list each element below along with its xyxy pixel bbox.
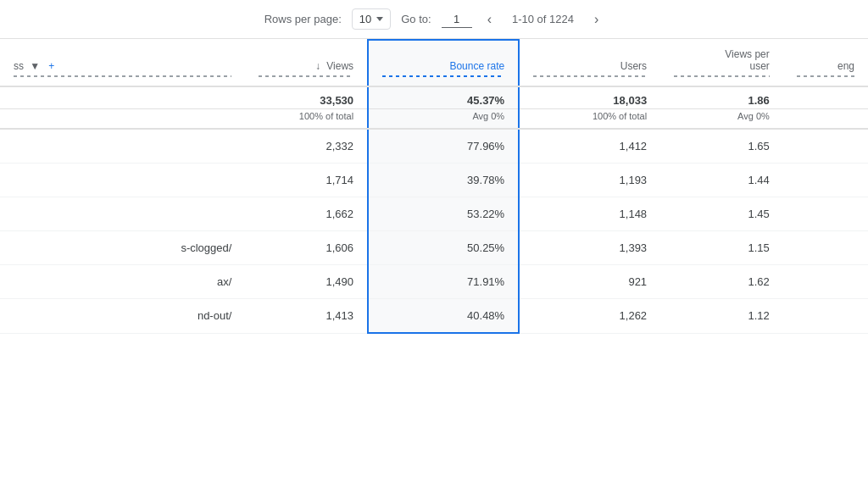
row-4-page[interactable]: s-clogged/ bbox=[0, 231, 245, 265]
col-header-page: ss ▼ + bbox=[0, 40, 245, 86]
users-label: Users bbox=[620, 60, 647, 72]
row-4-users: 1,393 bbox=[519, 231, 660, 265]
row-2-views: 1,714 bbox=[245, 164, 368, 197]
vpu-label: Views peruser bbox=[725, 48, 769, 72]
col-header-users[interactable]: Users bbox=[519, 40, 660, 86]
col-header-views[interactable]: ↓ Views bbox=[245, 40, 368, 86]
row-4-vpu: 1.15 bbox=[660, 231, 783, 265]
summary-row: 33,530 45.37% 18,033 1.86 bbox=[0, 86, 868, 109]
prev-page-button[interactable]: ‹ bbox=[482, 10, 497, 29]
col-header-bounce[interactable]: Bounce rate bbox=[368, 40, 519, 86]
row-5-eng bbox=[783, 265, 868, 299]
row-2-eng bbox=[783, 164, 868, 197]
row-4-eng bbox=[783, 231, 868, 265]
summary-users-sub: 100% of total bbox=[519, 109, 660, 130]
goto-label: Go to: bbox=[401, 13, 431, 25]
summary-page-cell bbox=[0, 86, 245, 109]
goto-input[interactable] bbox=[442, 11, 472, 28]
table-row: s-clogged/ 1,606 50.25% 1,393 1.15 bbox=[0, 231, 868, 265]
row-5-views: 1,490 bbox=[245, 265, 368, 299]
row-6-bounce: 40.48% bbox=[368, 299, 519, 334]
row-3-bounce: 53.22% bbox=[368, 197, 519, 231]
row-2-bounce: 39.78% bbox=[368, 164, 519, 197]
table-row: 1,662 53.22% 1,148 1.45 bbox=[0, 197, 868, 231]
row-1-bounce: 77.96% bbox=[368, 129, 519, 164]
row-1-views: 2,332 bbox=[245, 129, 368, 164]
row-6-eng bbox=[783, 299, 868, 334]
summary-bounce-sub: Avg 0% bbox=[368, 109, 519, 130]
row-4-views: 1,606 bbox=[245, 231, 368, 265]
summary-views: 33,530 bbox=[245, 86, 368, 109]
views-label: Views bbox=[326, 60, 353, 72]
summary-users: 18,033 bbox=[519, 86, 660, 109]
page-container: Rows per page: 10 Go to: ‹ 1-10 of 1224 … bbox=[0, 0, 868, 488]
rows-per-page-value: 10 bbox=[359, 13, 371, 25]
summary-bounce: 45.37% bbox=[368, 86, 519, 109]
row-1-page[interactable] bbox=[0, 129, 245, 164]
summary-sub-page-cell bbox=[0, 109, 245, 130]
table-row: nd-out/ 1,413 40.48% 1,262 1.12 bbox=[0, 299, 868, 334]
table-header-row: ss ▼ + ↓ Views Bounce rate bbox=[0, 40, 868, 86]
row-2-page[interactable] bbox=[0, 164, 245, 197]
row-2-vpu: 1.44 bbox=[660, 164, 783, 197]
page-range: 1-10 of 1224 bbox=[512, 13, 574, 25]
col-header-eng[interactable]: eng bbox=[783, 40, 868, 86]
data-table: ss ▼ + ↓ Views Bounce rate bbox=[0, 39, 868, 334]
row-3-users: 1,148 bbox=[519, 197, 660, 231]
row-3-vpu: 1.45 bbox=[660, 197, 783, 231]
rows-per-page-label: Rows per page: bbox=[264, 13, 342, 25]
summary-sub-row: 100% of total Avg 0% 100% of total Avg 0… bbox=[0, 109, 868, 130]
summary-eng-sub bbox=[783, 109, 868, 130]
add-column-button[interactable]: + bbox=[48, 60, 54, 72]
ss-label: ss bbox=[14, 60, 24, 72]
table-row: 2,332 77.96% 1,412 1.65 bbox=[0, 129, 868, 164]
row-3-eng bbox=[783, 197, 868, 231]
table-wrapper: ss ▼ + ↓ Views Bounce rate bbox=[0, 39, 868, 488]
next-page-button[interactable]: › bbox=[589, 10, 604, 29]
row-2-users: 1,193 bbox=[519, 164, 660, 197]
summary-vpu-sub: Avg 0% bbox=[660, 109, 783, 130]
row-6-views: 1,413 bbox=[245, 299, 368, 334]
table-row: ax/ 1,490 71.91% 921 1.62 bbox=[0, 265, 868, 299]
row-6-vpu: 1.12 bbox=[660, 299, 783, 334]
sort-arrow-views: ↓ bbox=[315, 60, 320, 72]
row-6-users: 1,262 bbox=[519, 299, 660, 334]
pagination-bar: Rows per page: 10 Go to: ‹ 1-10 of 1224 … bbox=[0, 0, 868, 39]
row-1-eng bbox=[783, 129, 868, 164]
summary-views-sub: 100% of total bbox=[245, 109, 368, 130]
row-3-views: 1,662 bbox=[245, 197, 368, 231]
row-5-users: 921 bbox=[519, 265, 660, 299]
row-1-users: 1,412 bbox=[519, 129, 660, 164]
summary-eng bbox=[783, 86, 868, 109]
eng-label: eng bbox=[837, 60, 854, 72]
row-4-bounce: 50.25% bbox=[368, 231, 519, 265]
row-6-page[interactable]: nd-out/ bbox=[0, 299, 245, 334]
rows-per-page-select[interactable]: 10 bbox=[352, 8, 391, 30]
table-row: 1,714 39.78% 1,193 1.44 bbox=[0, 164, 868, 197]
bounce-rate-label: Bounce rate bbox=[449, 60, 504, 72]
row-3-page[interactable] bbox=[0, 197, 245, 231]
row-5-bounce: 71.91% bbox=[368, 265, 519, 299]
row-5-page[interactable]: ax/ bbox=[0, 265, 245, 299]
rows-per-page-dropdown-icon bbox=[376, 17, 383, 21]
row-5-vpu: 1.62 bbox=[660, 265, 783, 299]
summary-vpu: 1.86 bbox=[660, 86, 783, 109]
col-header-vpu[interactable]: Views peruser bbox=[660, 40, 783, 86]
row-1-vpu: 1.65 bbox=[660, 129, 783, 164]
dropdown-icon-ss[interactable]: ▼ bbox=[30, 60, 40, 72]
